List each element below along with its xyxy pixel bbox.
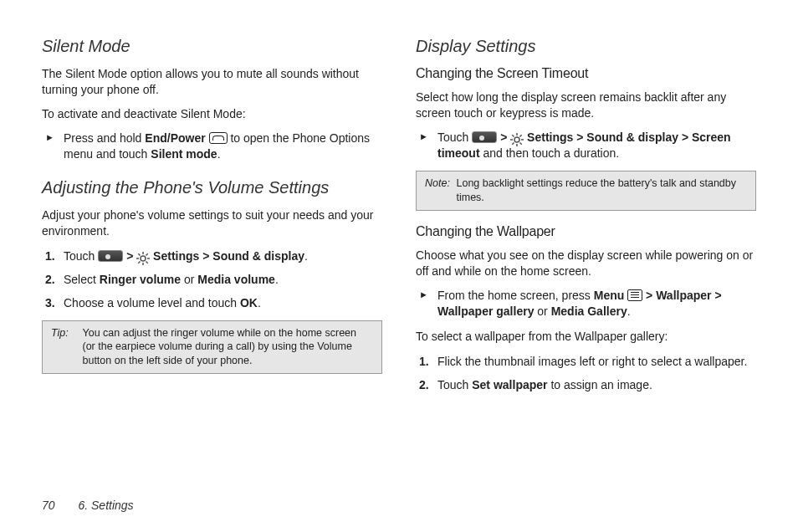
- note-text: Long backlight settings reduce the batte…: [456, 176, 744, 205]
- wallpaper-select-step-2: Touch Set wallpaper to assign an image.: [437, 376, 756, 393]
- text: or: [181, 273, 197, 286]
- timeout-step-1: Touch > Settings > Sound & display > Scr…: [437, 130, 756, 162]
- label-silent-mode: Silent mode: [151, 147, 217, 161]
- wallpaper-steps: Flick the thumbnail images left or right…: [416, 353, 756, 394]
- volume-step-1: Touch > Settings > Sound & display.: [64, 248, 382, 264]
- svg-point-0: [141, 256, 146, 261]
- wallpaper-step-list: From the home screen, press Menu > Wallp…: [416, 288, 756, 320]
- label-sound-display: Sound & display: [586, 130, 678, 144]
- arrow-icon: >: [682, 130, 688, 144]
- heading-volume: Adjusting the Phone's Volume Settings: [42, 178, 382, 197]
- page-footer: 70 6. Settings: [42, 499, 134, 512]
- tip-box: Tip: You can adjust the ringer volume wh…: [42, 320, 382, 375]
- text: to assign an image.: [548, 378, 652, 391]
- text: From the home screen, press: [437, 289, 594, 302]
- launcher-icon: [98, 250, 123, 262]
- svg-line-16: [513, 143, 514, 145]
- note-label: Note:: [425, 176, 453, 191]
- heading-display-settings: Display Settings: [416, 37, 756, 56]
- wallpaper-intro: Choose what you see on the display scree…: [416, 248, 756, 279]
- volume-step-2: Select Ringer volume or Media volume.: [64, 271, 382, 288]
- arrow-icon: >: [202, 249, 209, 263]
- tip-label: Tip:: [51, 326, 79, 340]
- note-box: Note: Long backlight settings reduce the…: [416, 171, 756, 211]
- label-set-wallpaper: Set wallpaper: [472, 378, 547, 391]
- svg-line-15: [520, 143, 522, 145]
- right-column: Display Settings Changing the Screen Tim…: [416, 33, 756, 402]
- text: or: [534, 304, 550, 318]
- chapter-title: 6. Settings: [78, 499, 133, 512]
- text: .: [217, 147, 221, 161]
- svg-line-5: [139, 253, 141, 255]
- svg-point-9: [514, 137, 519, 142]
- menu-key-icon: [627, 289, 642, 301]
- wallpaper-select-lead: To select a wallpaper from the Wallpaper…: [416, 329, 756, 345]
- silent-intro: The Silent Mode option allows you to mut…: [42, 66, 382, 98]
- label-media-volume: Media volume: [197, 273, 275, 286]
- label-settings: Settings: [527, 130, 573, 144]
- svg-line-8: [146, 253, 148, 255]
- heading-silent-mode: Silent Mode: [42, 37, 382, 56]
- text: Choose a volume level and touch: [64, 296, 240, 309]
- arrow-icon: >: [126, 249, 133, 263]
- settings-gear-icon: [510, 133, 524, 146]
- heading-wallpaper: Changing the Wallpaper: [416, 224, 756, 239]
- text: and then touch a duration.: [480, 146, 620, 160]
- label-media-gallery: Media Gallery: [551, 304, 627, 318]
- svg-line-6: [146, 261, 148, 263]
- end-power-icon: [209, 132, 228, 144]
- label-sound-display: Sound & display: [212, 249, 304, 263]
- text: Select: [64, 273, 100, 286]
- heading-screen-timeout: Changing the Screen Timeout: [416, 66, 756, 81]
- arrow-icon: >: [714, 289, 721, 302]
- text: Touch: [437, 378, 472, 391]
- wallpaper-select-step-1: Flick the thumbnail images left or right…: [437, 353, 756, 370]
- launcher-icon: [472, 131, 497, 143]
- arrow-icon: >: [500, 130, 507, 144]
- label-wallpaper: Wallpaper: [656, 289, 711, 302]
- label-ok: OK: [240, 296, 258, 309]
- text: Touch: [437, 130, 472, 144]
- volume-intro: Adjust your phone's volume settings to s…: [42, 207, 382, 239]
- tip-text: You can adjust the ringer volume while o…: [82, 326, 371, 369]
- text: .: [275, 273, 279, 286]
- left-column: Silent Mode The Silent Mode option allow…: [42, 33, 382, 402]
- timeout-intro: Select how long the display screen remai…: [416, 90, 756, 121]
- page-columns: Silent Mode The Silent Mode option allow…: [42, 33, 756, 402]
- label-settings: Settings: [153, 249, 199, 263]
- text: .: [304, 249, 308, 263]
- volume-steps: Touch > Settings > Sound & display. Sele…: [42, 248, 382, 312]
- page-number: 70: [42, 499, 55, 512]
- silent-activate-lead: To activate and deactivate Silent Mode:: [42, 106, 382, 122]
- silent-step-list: Press and hold End/Power to open the Pho…: [42, 130, 382, 163]
- svg-line-7: [139, 261, 141, 263]
- settings-gear-icon: [136, 252, 150, 265]
- wallpaper-step-1: From the home screen, press Menu > Wallp…: [437, 288, 756, 320]
- text: .: [258, 296, 261, 309]
- label-ringer-volume: Ringer volume: [100, 273, 181, 286]
- svg-line-17: [520, 135, 522, 136]
- label-menu: Menu: [594, 289, 625, 302]
- volume-step-3: Choose a volume level and touch OK.: [64, 294, 382, 311]
- arrow-icon: >: [576, 130, 583, 144]
- timeout-step-list: Touch > Settings > Sound & display > Scr…: [416, 130, 756, 162]
- silent-step-1: Press and hold End/Power to open the Pho…: [64, 130, 382, 163]
- text: .: [627, 304, 631, 318]
- text: Touch: [64, 249, 98, 263]
- text: Press and hold: [64, 131, 145, 145]
- label-wallpaper-gallery: Wallpaper gallery: [437, 304, 534, 318]
- label-end-power: End/Power: [145, 131, 205, 145]
- arrow-icon: >: [646, 289, 652, 302]
- svg-line-14: [513, 135, 514, 136]
